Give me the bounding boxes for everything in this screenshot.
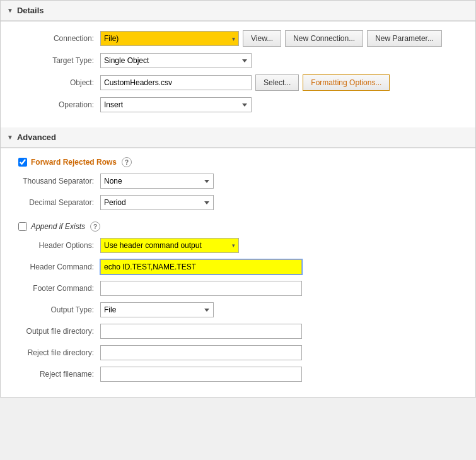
append-exists-label: Append if Exists [31,222,85,231]
target-type-row: Target Type: Single Object [12,53,464,68]
forward-rejected-checkbox[interactable] [18,158,27,167]
operation-select[interactable]: Insert [100,97,252,112]
header-options-select-wrap: Use header command output No header Cust… [100,238,239,253]
object-input[interactable] [100,75,252,90]
target-type-select-wrap: Single Object [100,53,252,68]
object-label: Object: [12,78,100,87]
header-options-label: Header Options: [12,241,100,250]
reject-dir-label: Reject file directory: [12,348,100,357]
operation-label: Operation: [12,100,100,109]
advanced-section-header[interactable]: ▼ Advanced [1,127,475,148]
new-connection-button[interactable]: New Connection... [285,30,363,47]
advanced-section-label: Advanced [17,133,56,142]
header-options-row: Header Options: Use header command outpu… [12,238,464,253]
thousand-separator-row: Thousand Separator: None Comma Period Sp… [12,174,464,189]
connection-select[interactable]: File) [100,31,239,46]
decimal-separator-select-wrap: Period Comma [100,195,214,210]
connection-row: Connection: File) ▾ View... New Connecti… [12,30,464,47]
object-row: Object: Select... Formatting Options... [12,74,464,91]
thousand-separator-select[interactable]: None Comma Period Space [100,174,214,189]
output-type-select[interactable]: File Variable Stdout [100,302,214,317]
select-button[interactable]: Select... [255,74,299,91]
output-type-label: Output Type: [12,305,100,314]
thousand-separator-label: Thousand Separator: [12,177,100,186]
details-collapse-arrow: ▼ [7,7,13,14]
connection-label: Connection: [12,34,100,43]
target-type-select[interactable]: Single Object [100,53,252,68]
reject-filename-input[interactable] [100,367,302,382]
advanced-section-body: Forward Rejected Rows ? Thousand Separat… [1,148,475,397]
decimal-separator-select[interactable]: Period Comma [100,195,214,210]
operation-row: Operation: Insert [12,97,464,112]
output-type-select-wrap: File Variable Stdout [100,302,214,317]
target-type-label: Target Type: [12,56,100,65]
advanced-collapse-arrow: ▼ [7,134,13,141]
formatting-options-button[interactable]: Formatting Options... [303,74,390,91]
header-options-select[interactable]: Use header command output No header Cust… [100,238,239,253]
decimal-separator-label: Decimal Separator: [12,198,100,207]
footer-command-row: Footer Command: [12,281,464,296]
append-exists-checkbox[interactable] [18,222,27,231]
thousand-separator-select-wrap: None Comma Period Space [100,174,214,189]
reject-dir-row: Reject file directory: [12,345,464,360]
decimal-separator-row: Decimal Separator: Period Comma [12,195,464,210]
forward-rejected-label: Forward Rejected Rows [31,158,117,167]
forward-rejected-row: Forward Rejected Rows ? [12,157,464,167]
output-dir-input[interactable] [100,324,302,339]
new-parameter-button[interactable]: New Parameter... [367,30,442,47]
output-type-row: Output Type: File Variable Stdout [12,302,464,317]
output-dir-label: Output file directory: [12,327,100,336]
footer-command-input[interactable] [100,281,302,296]
details-section-body: Connection: File) ▾ View... New Connecti… [1,21,475,127]
output-dir-row: Output file directory: [12,324,464,339]
append-help-icon[interactable]: ? [90,221,100,232]
header-command-input[interactable] [100,259,302,274]
connection-select-wrap: File) ▾ [100,31,239,46]
reject-dir-input[interactable] [100,345,302,360]
header-command-label: Header Command: [12,262,100,271]
main-panel: ▼ Details Connection: File) ▾ View... Ne… [0,0,476,398]
forward-rejected-help-icon[interactable]: ? [122,157,132,167]
details-section-header[interactable]: ▼ Details [1,1,475,21]
reject-filename-label: Reject filename: [12,370,100,379]
reject-filename-row: Reject filename: [12,367,464,382]
operation-select-wrap: Insert [100,97,252,112]
header-command-row: Header Command: [12,259,464,274]
view-button[interactable]: View... [243,30,281,47]
footer-command-label: Footer Command: [12,284,100,293]
append-exists-row: Append if Exists ? [12,221,464,232]
details-section-label: Details [17,6,44,15]
